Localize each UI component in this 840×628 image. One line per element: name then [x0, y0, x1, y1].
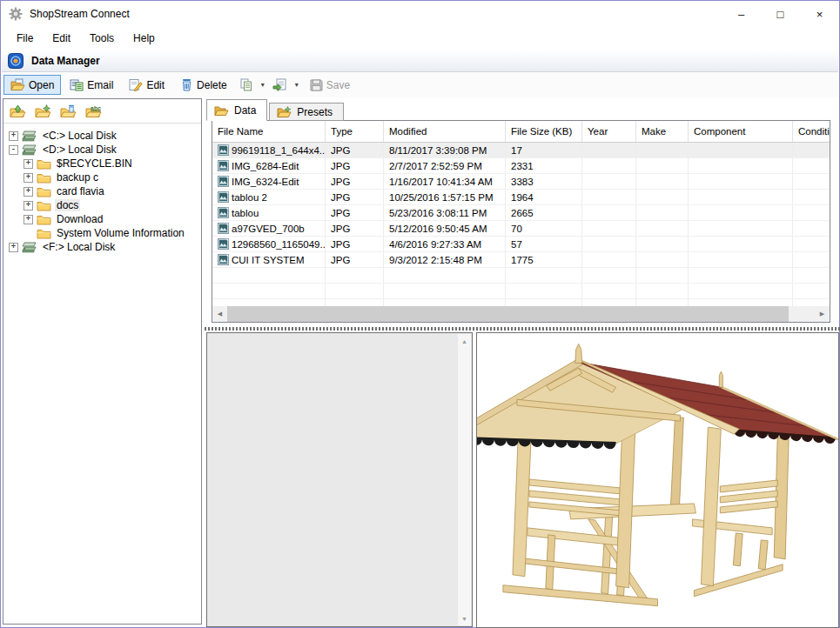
email-button[interactable]: Email [63, 75, 120, 95]
data-tab-folder-icon [214, 104, 229, 117]
table-cell [582, 221, 636, 236]
table-cell [636, 252, 689, 267]
collapse-icon[interactable]: - [9, 145, 18, 155]
expand-icon[interactable]: + [24, 173, 33, 183]
vertical-scrollbar[interactable]: ▲ ▼ [458, 334, 471, 625]
column-header[interactable]: File Size (KB) [506, 121, 582, 142]
table-row[interactable]: tablouJPG5/23/2016 3:08:11 PM2665 [212, 205, 830, 221]
table-cell [636, 237, 689, 251]
menu-tools[interactable]: Tools [80, 29, 124, 48]
maximize-button[interactable]: □ [761, 1, 800, 27]
table-cell: 57 [506, 237, 582, 251]
expand-icon[interactable]: + [24, 215, 33, 224]
scroll-right-icon[interactable]: ▶ [815, 306, 830, 322]
expand-icon[interactable]: + [24, 187, 33, 197]
close-button[interactable]: × [800, 1, 839, 27]
table-cell [582, 174, 636, 189]
horizontal-scrollbar-thumb[interactable] [227, 306, 789, 322]
table-cell [582, 252, 636, 267]
scroll-left-icon[interactable]: ◀ [212, 306, 227, 322]
table-cell [636, 284, 689, 298]
table-body: 99619118_1_644x4...JPG8/11/2017 3:39:08 … [212, 143, 830, 315]
folder-rename-button[interactable]: abc [84, 103, 102, 120]
tree-toolbar: abc [3, 99, 201, 124]
scroll-down-icon[interactable]: ▼ [458, 611, 471, 625]
table-cell [689, 252, 793, 267]
folder-up-button[interactable] [9, 103, 26, 120]
table-row[interactable] [212, 284, 830, 299]
copy-button[interactable] [236, 76, 257, 94]
minimize-button[interactable]: – [722, 1, 761, 27]
table-row[interactable]: a97GVED_700bJPG5/12/2016 9:50:45 AM70 [212, 221, 830, 237]
table-cell: IMG_6324-Edit [212, 174, 326, 189]
column-header[interactable]: Modified [384, 121, 506, 142]
tree-item[interactable]: +$RECYCLE.BIN [3, 157, 201, 170]
edit-button[interactable]: Edit [122, 75, 171, 95]
table-row[interactable]: tablou 2JPG10/25/2016 1:57:15 PM1964 [212, 190, 830, 205]
expand-icon[interactable]: + [9, 243, 18, 252]
import-button[interactable] [269, 76, 291, 94]
import-dropdown-arrow[interactable]: ▾ [291, 78, 303, 91]
table-cell [793, 221, 830, 236]
scroll-up-icon[interactable]: ▲ [458, 334, 471, 348]
table-cell: 70 [506, 221, 582, 236]
tree-item[interactable]: +<C:> Local Disk [3, 129, 201, 143]
image-file-icon [218, 223, 229, 234]
column-header[interactable]: Component [689, 121, 793, 142]
horizontal-splitter[interactable] [205, 327, 840, 331]
image-preview-panel [476, 332, 839, 628]
tab-presets[interactable]: Presets [269, 103, 344, 121]
tree-item[interactable]: -<D:> Local Disk [3, 143, 201, 157]
table-row[interactable] [212, 268, 830, 284]
tree-item-label: card flavia [55, 185, 106, 197]
tab-data[interactable]: Data [206, 99, 267, 121]
tree-item[interactable]: System Volume Information [3, 226, 201, 240]
table-row[interactable]: IMG_6324-EditJPG1/16/2017 10:41:34 AM338… [212, 174, 830, 190]
table-header-row: File NameTypeModifiedFile Size (KB)YearM… [212, 121, 830, 143]
tree-item[interactable]: +card flavia [3, 184, 201, 198]
image-file-icon [218, 238, 229, 250]
title-bar: ShopStream Connect – □ × [1, 1, 839, 27]
tree-item[interactable]: +<F:> Local Disk [3, 240, 201, 254]
table-cell [689, 221, 793, 236]
table-cell [793, 284, 830, 298]
table-cell: JPG [326, 143, 384, 157]
tree-item-label: <F:> Local Disk [41, 241, 117, 253]
table-row[interactable]: IMG_6284-EditJPG2/7/2017 2:52:59 PM2331 [212, 158, 830, 174]
folder-delete-icon [60, 104, 77, 118]
column-header[interactable]: Condition [793, 121, 830, 142]
column-header[interactable]: File Name [212, 121, 326, 142]
menu-help[interactable]: Help [124, 29, 165, 48]
expand-icon[interactable]: + [9, 131, 18, 141]
expand-icon[interactable]: + [24, 159, 33, 169]
expand-icon[interactable]: + [24, 201, 33, 210]
horizontal-scrollbar[interactable]: ◀ ▶ [212, 306, 830, 322]
column-header[interactable]: Make [636, 121, 689, 142]
menu-edit[interactable]: Edit [43, 29, 80, 48]
menu-file[interactable]: File [7, 29, 43, 48]
table-row[interactable]: 99619118_1_644x4...JPG8/11/2017 3:39:08 … [212, 143, 830, 158]
delete-button[interactable]: Delete [173, 75, 234, 95]
main-toolbar: Open Email Edit [2, 72, 838, 97]
table-cell: JPG [326, 205, 384, 220]
table-cell [793, 143, 830, 157]
trash-icon [180, 78, 193, 91]
save-button[interactable]: Save [303, 75, 357, 95]
folder-new-button[interactable] [34, 103, 51, 120]
column-header[interactable]: Year [582, 121, 636, 142]
window-title: ShopStream Connect [30, 8, 130, 20]
open-button[interactable]: Open [3, 75, 61, 95]
folder-delete-button[interactable] [59, 103, 77, 120]
folder-icon [37, 158, 51, 170]
tree-item[interactable]: +backup c [3, 170, 201, 184]
column-header[interactable]: Type [326, 121, 384, 142]
table-cell: a97GVED_700b [212, 221, 326, 236]
table-row[interactable]: 12968560_1165049...JPG4/6/2016 9:27:33 A… [212, 237, 830, 252]
table-row[interactable]: CUI IT SYSTEMJPG9/3/2012 2:15:48 PM1775 [212, 252, 830, 268]
table-cell: IMG_6284-Edit [212, 158, 326, 173]
tree-item[interactable]: +docs [3, 198, 201, 212]
table-cell [506, 284, 582, 298]
tree-item[interactable]: +Download [3, 212, 201, 226]
folder-icon [37, 186, 51, 197]
copy-dropdown-arrow[interactable]: ▾ [257, 78, 269, 91]
